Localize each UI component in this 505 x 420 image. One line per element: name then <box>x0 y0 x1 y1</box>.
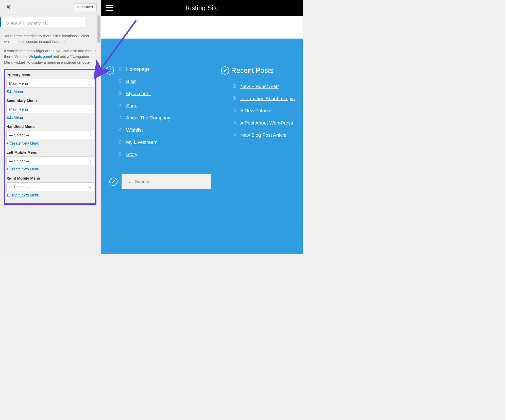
menu-location: Right Mobile Menu — Select — ⌄ + Create … <box>6 176 94 197</box>
menu-select[interactable]: — Select — ⌄ <box>6 156 94 165</box>
chevron-down-icon: ⌄ <box>88 81 91 86</box>
menu-location: Handheld Menu — Select — ⌄ + Create New … <box>6 124 94 146</box>
menu-location-label: Right Mobile Menu <box>6 176 94 180</box>
document-icon <box>232 84 236 89</box>
widget-column-2: Recent Posts New Product AlertInformatio… <box>216 64 303 254</box>
list-item: New Product Alert <box>232 84 298 89</box>
menu-action-link[interactable]: + Create New Menu <box>6 167 39 171</box>
menu-location-label: Secondary Menu <box>6 98 94 103</box>
nav-link[interactable]: My Livestream <box>126 139 158 145</box>
panel-section-partial[interactable]: View All Locations <box>0 17 85 27</box>
menu-action-link[interactable]: + Create New Menu <box>6 193 39 197</box>
list-item: My account <box>118 91 170 96</box>
close-icon[interactable]: ✕ <box>4 3 13 12</box>
document-icon <box>118 140 122 145</box>
document-icon <box>118 115 122 120</box>
search-box[interactable] <box>122 174 211 189</box>
document-icon <box>232 120 236 126</box>
document-icon <box>118 103 122 108</box>
menu-location-label: Handheld Menu <box>6 124 94 129</box>
edit-widget-icon[interactable] <box>109 178 117 186</box>
widget-column-1: HomepageBlogMy accountShopAbout The Comp… <box>101 64 216 254</box>
svg-line-0 <box>101 20 136 68</box>
widgets-panel-link[interactable]: Widgets panel <box>28 55 52 59</box>
nav-link[interactable]: Shop <box>126 103 137 109</box>
menu-select[interactable]: — Select — ⌄ <box>6 131 94 139</box>
document-icon <box>118 152 122 157</box>
menu-select-value: — Select — <box>9 159 29 163</box>
menu-select[interactable]: Main Menu ⌄ <box>6 79 94 88</box>
list-item: Information About a Topic <box>232 96 298 101</box>
menu-select-value: Main Menu <box>9 107 28 111</box>
scrollbar-thumb[interactable] <box>97 15 100 43</box>
menu-locations-group: Primary Menu Main Menu ⌄ Edit Menu Secon… <box>4 69 96 205</box>
nav-link[interactable]: About The Company <box>126 115 170 121</box>
nav-link-list: HomepageBlogMy accountShopAbout The Comp… <box>118 66 170 164</box>
list-item: Homepage <box>118 66 170 72</box>
published-button[interactable]: Published <box>74 3 97 11</box>
post-link[interactable]: Information About a Topic <box>240 96 295 101</box>
list-item: A Post About WordPress <box>232 120 298 126</box>
preview-pane: Testing Site HomepageBlogMy accountShopA… <box>101 0 303 254</box>
document-icon <box>232 133 236 138</box>
chevron-down-icon: ⌄ <box>88 184 91 189</box>
chevron-down-icon: ⌄ <box>88 133 91 137</box>
menu-location: Secondary Menu Main Menu ⌄ Edit Menu <box>6 98 94 120</box>
menu-location-label: Primary Menu <box>6 73 94 77</box>
widget-title-recent-posts: Recent Posts <box>231 66 274 75</box>
search-widget <box>109 174 211 189</box>
document-icon <box>118 91 122 96</box>
menu-action-link[interactable]: Edit Menu <box>6 90 23 94</box>
menu-select[interactable]: Main Menu ⌄ <box>6 105 94 113</box>
document-icon <box>118 79 122 84</box>
help-text-2: If your theme has widget areas, you can … <box>4 48 96 65</box>
nav-link[interactable]: Homepage <box>126 66 150 72</box>
menu-select-value: Main Menu <box>9 81 28 85</box>
menu-location-label: Left Mobile Menu <box>6 150 94 154</box>
list-item: A New Tutorial <box>232 108 298 114</box>
site-title: Testing Site <box>185 4 219 12</box>
document-icon <box>232 108 236 113</box>
nav-link[interactable]: Wishlist <box>126 127 143 133</box>
list-item: Story <box>118 152 170 157</box>
sidebar-content: Your theme can display menus in 5 locati… <box>0 30 100 254</box>
menu-location: Left Mobile Menu — Select — ⌄ + Create N… <box>6 150 94 171</box>
list-item: My Livestream <box>118 139 170 145</box>
help-text-1: Your theme can display menus in 5 locati… <box>4 33 96 45</box>
chevron-down-icon: ⌄ <box>88 107 91 112</box>
preview-header: Testing Site <box>101 0 303 16</box>
customizer-sidebar: ✕ Published View All Locations Your them… <box>0 0 101 254</box>
preview-body: HomepageBlogMy accountShopAbout The Comp… <box>101 39 303 254</box>
post-link[interactable]: New Product Alert <box>240 84 279 89</box>
document-icon <box>232 96 236 101</box>
list-item: Blog <box>118 79 170 84</box>
search-icon <box>126 179 131 184</box>
recent-posts-list: New Product AlertInformation About a Top… <box>232 84 298 138</box>
list-item: New Blog Post Article <box>232 132 298 138</box>
menu-action-link[interactable]: + Create New Menu <box>6 141 39 145</box>
nav-link[interactable]: My account <box>126 91 151 96</box>
menu-select[interactable]: — Select — ⌄ <box>6 182 94 191</box>
sidebar-scrollbar[interactable] <box>97 15 100 254</box>
nav-link[interactable]: Blog <box>126 79 136 84</box>
menu-select-value: — Select — <box>9 133 29 137</box>
menu-select-value: — Select — <box>9 185 29 189</box>
document-icon <box>118 67 122 72</box>
sidebar-header: ✕ Published <box>0 0 100 14</box>
menu-action-link[interactable]: Edit Menu <box>6 115 23 119</box>
nav-link[interactable]: Story <box>126 152 137 157</box>
list-item: Shop <box>118 103 170 109</box>
panel-title: View All Locations <box>6 21 47 26</box>
post-link[interactable]: New Blog Post Article <box>240 132 287 138</box>
search-input[interactable] <box>135 179 206 184</box>
list-item: About The Company <box>118 115 170 121</box>
hamburger-icon[interactable] <box>106 5 113 11</box>
post-link[interactable]: A New Tutorial <box>240 108 272 114</box>
list-item: Wishlist <box>118 127 170 133</box>
edit-widget-icon[interactable] <box>221 66 229 75</box>
post-link[interactable]: A Post About WordPress <box>240 120 293 126</box>
chevron-down-icon: ⌄ <box>88 159 91 163</box>
document-icon <box>118 128 122 133</box>
edit-widget-icon[interactable] <box>106 66 114 75</box>
menu-location: Primary Menu Main Menu ⌄ Edit Menu <box>6 73 94 94</box>
